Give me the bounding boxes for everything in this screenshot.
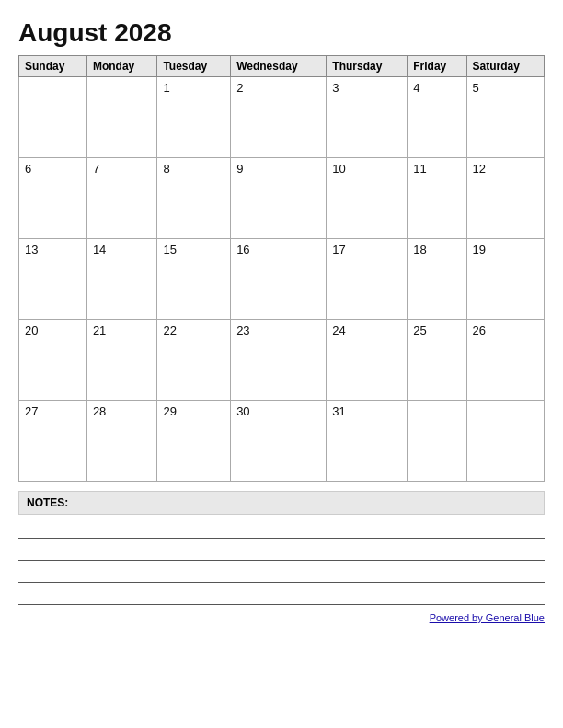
- calendar-header-tuesday: Tuesday: [157, 56, 231, 77]
- calendar-cell: 15: [157, 239, 231, 320]
- calendar-cell: 30: [231, 401, 327, 482]
- calendar-cell: [466, 401, 544, 482]
- calendar-cell: 11: [408, 158, 466, 239]
- day-number: 3: [332, 81, 339, 95]
- calendar-cell: 28: [86, 401, 157, 482]
- day-number: 26: [473, 324, 486, 337]
- calendar-week-row: 12345: [19, 77, 545, 158]
- calendar-cell: 5: [466, 77, 544, 158]
- calendar-cell: 23: [231, 320, 327, 401]
- day-number: 15: [163, 243, 176, 256]
- day-number: 31: [332, 404, 345, 418]
- day-number: 20: [25, 324, 38, 337]
- calendar-cell: 31: [327, 401, 408, 482]
- calendar-cell: 25: [408, 320, 466, 401]
- calendar-header-thursday: Thursday: [327, 56, 408, 77]
- calendar-header-friday: Friday: [408, 56, 466, 77]
- calendar-cell: 13: [19, 239, 87, 320]
- calendar-header-saturday: Saturday: [466, 56, 544, 77]
- day-number: 2: [236, 81, 243, 95]
- day-number: 28: [93, 404, 106, 418]
- day-number: 1: [163, 81, 169, 95]
- calendar-header-row: SundayMondayTuesdayWednesdayThursdayFrid…: [19, 56, 545, 77]
- day-number: 23: [236, 324, 249, 337]
- day-number: 19: [473, 243, 486, 256]
- calendar-cell: 4: [408, 77, 466, 158]
- notes-line-1[interactable]: [18, 518, 545, 539]
- day-number: 10: [332, 162, 345, 176]
- calendar-week-row: 6789101112: [19, 158, 545, 239]
- calendar-cell: 14: [86, 239, 157, 320]
- day-number: 13: [25, 243, 38, 256]
- calendar-cell: 6: [19, 158, 87, 239]
- day-number: 30: [236, 404, 249, 418]
- calendar-cell: 3: [327, 77, 408, 158]
- notes-line-3[interactable]: [18, 563, 545, 583]
- calendar-cell: [86, 77, 157, 158]
- day-number: 6: [25, 162, 31, 176]
- powered-by-link[interactable]: Powered by General Blue: [430, 612, 545, 623]
- day-number: 29: [163, 404, 176, 418]
- day-number: 4: [413, 81, 419, 95]
- day-number: 5: [473, 81, 479, 95]
- calendar-cell: 21: [86, 320, 157, 401]
- calendar-cell: 1: [157, 77, 231, 158]
- calendar-cell: 17: [327, 239, 408, 320]
- calendar-cell: 19: [466, 239, 544, 320]
- calendar-header-sunday: Sunday: [19, 56, 87, 77]
- day-number: 17: [332, 243, 345, 256]
- page-title: August 2028: [18, 18, 545, 48]
- calendar-cell: 2: [231, 77, 327, 158]
- calendar-week-row: 13141516171819: [19, 239, 545, 320]
- notes-line-4[interactable]: [18, 585, 545, 605]
- notes-lines: [18, 518, 545, 605]
- calendar-cell: 22: [157, 320, 231, 401]
- day-number: 27: [25, 404, 38, 418]
- calendar-week-row: 2728293031: [19, 401, 545, 482]
- calendar-table: SundayMondayTuesdayWednesdayThursdayFrid…: [18, 55, 545, 482]
- calendar-cell: 8: [157, 158, 231, 239]
- day-number: 24: [332, 324, 345, 337]
- day-number: 21: [93, 324, 106, 337]
- notes-label: NOTES:: [18, 491, 545, 515]
- day-number: 16: [236, 243, 249, 256]
- day-number: 11: [413, 162, 426, 176]
- calendar-cell: 12: [466, 158, 544, 239]
- notes-line-2[interactable]: [18, 540, 545, 561]
- calendar-cell: 7: [86, 158, 157, 239]
- day-number: 7: [93, 162, 99, 176]
- footer: Powered by General Blue: [18, 612, 545, 623]
- calendar-header-monday: Monday: [86, 56, 157, 77]
- day-number: 14: [93, 243, 106, 256]
- calendar-week-row: 20212223242526: [19, 320, 545, 401]
- calendar-cell: 9: [231, 158, 327, 239]
- calendar-cell: 27: [19, 401, 87, 482]
- calendar-cell: 20: [19, 320, 87, 401]
- calendar-cell: 29: [157, 401, 231, 482]
- calendar-cell: 10: [327, 158, 408, 239]
- day-number: 22: [163, 324, 176, 337]
- calendar-cell: 26: [466, 320, 544, 401]
- calendar-cell: 24: [327, 320, 408, 401]
- day-number: 18: [413, 243, 426, 256]
- calendar-cell: 18: [408, 239, 466, 320]
- calendar-cell: 16: [231, 239, 327, 320]
- calendar-cell: [19, 77, 87, 158]
- notes-section: NOTES:: [18, 491, 545, 605]
- day-number: 12: [473, 162, 486, 176]
- day-number: 8: [163, 162, 169, 176]
- calendar-cell: [408, 401, 466, 482]
- calendar-header-wednesday: Wednesday: [231, 56, 327, 77]
- day-number: 25: [413, 324, 426, 337]
- day-number: 9: [236, 162, 243, 176]
